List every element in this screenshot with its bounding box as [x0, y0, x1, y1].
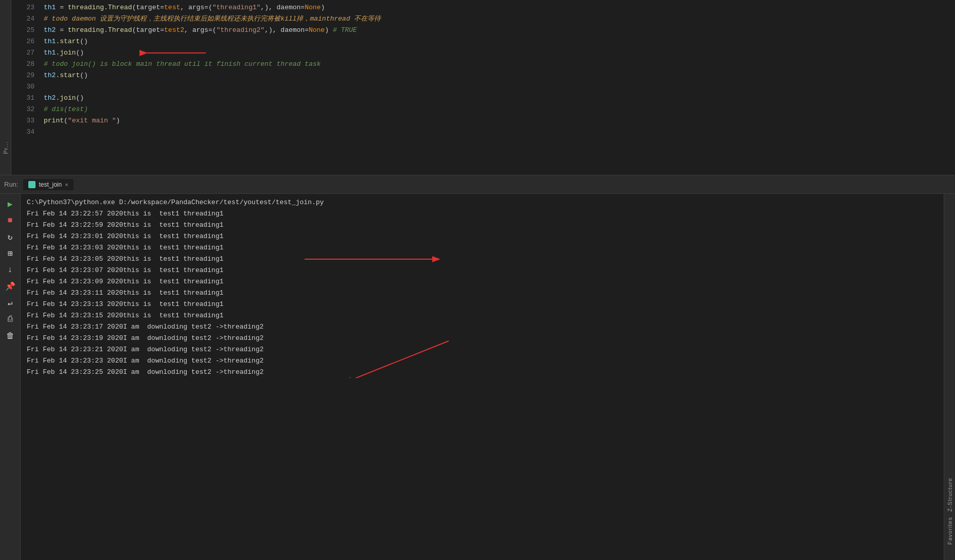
- console-line-12: Fri Feb 14 23:23:21 2020I am downloding …: [27, 344, 938, 355]
- line-number-31: 31: [11, 93, 34, 104]
- tab-python-icon: [28, 181, 36, 188]
- code-line-25: th2 = threading.Thread(target=test2, arg…: [40, 25, 955, 36]
- run-toolbar: ▶ ■ ↻ ⊞ ↓ 📌 ↵ ⎙ 🗑: [0, 194, 21, 560]
- right-sidebar: Z-Structure Favorites: [944, 194, 955, 560]
- line-number-26: 26: [11, 36, 34, 47]
- line-number-30: 30: [11, 81, 34, 93]
- line-number-33: 33: [11, 115, 34, 127]
- run-tab-test-join[interactable]: test_join ×: [23, 179, 73, 190]
- stop-button[interactable]: ■: [3, 213, 17, 228]
- layout-button[interactable]: ⊞: [3, 246, 17, 261]
- code-line-23: th1 = threading.Thread(target=test, args…: [40, 2, 955, 13]
- line-number-29: 29: [11, 70, 34, 81]
- tab-name: test_join: [39, 181, 62, 188]
- console-line-14: Fri Feb 14 23:23:25 2020I am downloding …: [27, 367, 938, 378]
- run-tabs-bar: Run: test_join ×: [0, 175, 955, 194]
- console-line-2: Fri Feb 14 23:23:01 2020this is test1 th…: [27, 231, 938, 242]
- console-line-4: Fri Feb 14 23:23:05 2020this is test1 th…: [27, 254, 938, 265]
- console-line-11: Fri Feb 14 23:23:19 2020I am downloding …: [27, 333, 938, 344]
- console-line-3: Fri Feb 14 23:23:03 2020this is test1 th…: [27, 242, 938, 254]
- print-button[interactable]: ⎙: [3, 312, 17, 327]
- favorites-label: Favorites: [947, 517, 953, 545]
- line-number-34: 34: [11, 127, 34, 138]
- console-line-0: Fri Feb 14 23:22:57 2020this is test1 th…: [27, 208, 938, 220]
- line-number-28: 28: [11, 59, 34, 70]
- exec-path-line: C:\Python37\python.exe D:/workspace/Pand…: [27, 197, 938, 208]
- code-line-33: print("exit main "): [40, 115, 955, 127]
- left-panel-label: Pr...: [3, 141, 9, 154]
- scroll-button[interactable]: ↓: [3, 263, 17, 277]
- code-line-30: [40, 81, 955, 93]
- console-line-10: Fri Feb 14 23:23:17 2020I am downloding …: [27, 321, 938, 333]
- clear-button[interactable]: 🗑: [3, 329, 17, 343]
- console-lines: Fri Feb 14 23:22:57 2020this is test1 th…: [27, 208, 938, 378]
- pin-button[interactable]: 📌: [3, 279, 17, 294]
- rerun-button[interactable]: ↻: [3, 230, 17, 244]
- console-line-5: Fri Feb 14 23:23:07 2020this is test1 th…: [27, 265, 938, 276]
- console-output-area: C:\Python37\python.exe D:/workspace/Pand…: [27, 197, 938, 378]
- console-line-13: Fri Feb 14 23:23:23 2020I am downloding …: [27, 355, 938, 367]
- tab-close-button[interactable]: ×: [65, 182, 68, 188]
- line-numbers: 232425262728293031323334: [11, 0, 40, 175]
- code-line-31: th2.join(): [40, 93, 955, 104]
- line-number-25: 25: [11, 25, 34, 36]
- code-line-27: th1.join(): [40, 47, 955, 59]
- line-number-27: 27: [11, 47, 34, 59]
- console-line-8: Fri Feb 14 23:23:13 2020this is test1 th…: [27, 299, 938, 310]
- line-number-24: 24: [11, 13, 34, 25]
- code-line-26: th1.start(): [40, 36, 955, 47]
- code-line-24: # todo daemon 设置为守护线程，主线程执行结束后如果线程还未执行完将…: [40, 13, 955, 25]
- left-panel: Pr...: [0, 0, 11, 175]
- code-editor: Pr... 232425262728293031323334 th1 = thr…: [0, 0, 955, 175]
- run-button[interactable]: ▶: [3, 197, 17, 211]
- z-structure-label: Z-Structure: [947, 478, 953, 512]
- run-label: Run:: [4, 180, 18, 188]
- code-line-32: # dis(test): [40, 104, 955, 115]
- line-number-23: 23: [11, 2, 34, 13]
- console-output: C:\Python37\python.exe D:/workspace/Pand…: [21, 194, 944, 560]
- wrap-button[interactable]: ↵: [3, 296, 17, 310]
- run-panel: Run: test_join × ▶ ■ ↻ ⊞ ↓ 📌 ↵ ⎙ 🗑 C:\Py…: [0, 175, 955, 560]
- run-body: ▶ ■ ↻ ⊞ ↓ 📌 ↵ ⎙ 🗑 C:\Python37\python.exe…: [0, 194, 955, 560]
- code-line-34: [40, 127, 955, 138]
- console-line-9: Fri Feb 14 23:23:15 2020this is test1 th…: [27, 310, 938, 321]
- line-number-32: 32: [11, 104, 34, 115]
- code-line-28: # todo join() is block main thread util …: [40, 59, 955, 70]
- console-line-6: Fri Feb 14 23:23:09 2020this is test1 th…: [27, 276, 938, 287]
- code-content: th1 = threading.Thread(target=test, args…: [40, 0, 955, 175]
- code-line-29: th2.start(): [40, 70, 955, 81]
- console-line-7: Fri Feb 14 23:23:11 2020this is test1 th…: [27, 287, 938, 299]
- console-line-1: Fri Feb 14 23:22:59 2020this is test1 th…: [27, 220, 938, 231]
